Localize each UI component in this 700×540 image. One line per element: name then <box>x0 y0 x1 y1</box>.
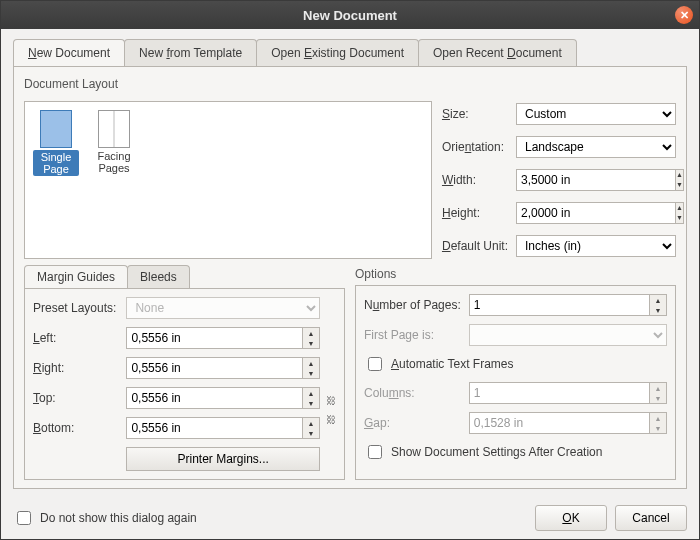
main-tabs: New Document New from Template Open Exis… <box>13 39 687 67</box>
single-page-icon <box>40 110 72 148</box>
size-select[interactable]: Custom <box>516 103 676 125</box>
layout-single-page[interactable]: Single Page <box>33 110 79 176</box>
margin-bottom-label: Bottom: <box>33 421 116 435</box>
height-label: Height: <box>442 206 508 220</box>
link-chain-icon[interactable]: ⛓ <box>326 414 336 425</box>
width-input[interactable] <box>516 169 675 191</box>
spin-down-icon[interactable]: ▼ <box>303 398 319 408</box>
spin-up-icon[interactable]: ▲ <box>303 328 319 338</box>
columns-label: Columns: <box>364 386 461 400</box>
auto-text-frames-label: Automatic Text Frames <box>391 357 514 371</box>
new-document-dialog: New Document ✕ New Document New from Tem… <box>0 0 700 540</box>
document-layout-label: Document Layout <box>24 77 676 91</box>
tab-bleeds[interactable]: Bleeds <box>127 265 190 288</box>
margin-link-icons: ⛓ ⛓ <box>326 297 336 471</box>
margin-left-input[interactable] <box>126 327 302 349</box>
preset-layouts-select: None <box>126 297 320 319</box>
show-settings-label: Show Document Settings After Creation <box>391 445 602 459</box>
spin-down-icon: ▼ <box>650 393 666 403</box>
single-page-label: Single Page <box>33 150 79 176</box>
default-unit-label: Default Unit: <box>442 239 508 253</box>
show-settings-checkbox[interactable] <box>368 445 382 459</box>
margin-bottom-input[interactable] <box>126 417 302 439</box>
margin-right-input[interactable] <box>126 357 302 379</box>
preset-layouts-label: Preset Layouts: <box>33 301 116 315</box>
facing-pages-label: Facing Pages <box>91 150 137 174</box>
default-unit-select[interactable]: Inches (in) <box>516 235 676 257</box>
tab-new-document[interactable]: New Document <box>13 39 125 66</box>
orientation-label: Orientation: <box>442 140 508 154</box>
height-input[interactable] <box>516 202 675 224</box>
gap-input <box>469 412 649 434</box>
tab-open-recent[interactable]: Open Recent Document <box>418 39 577 66</box>
margins-panel: Margin Guides Bleeds Preset Layouts: Non… <box>24 265 345 480</box>
spin-up-icon: ▲ <box>650 383 666 393</box>
num-pages-spinner[interactable]: ▲▼ <box>469 294 667 316</box>
options-label: Options <box>355 267 676 281</box>
num-pages-label: Number of Pages: <box>364 298 461 312</box>
margin-left-spinner[interactable]: ▲▼ <box>126 327 320 349</box>
ok-button[interactable]: OK <box>535 505 607 531</box>
first-page-select <box>469 324 667 346</box>
printer-margins-button[interactable]: Printer Margins... <box>126 447 320 471</box>
auto-text-frames-checkbox[interactable] <box>368 357 382 371</box>
margin-right-spinner[interactable]: ▲▼ <box>126 357 320 379</box>
margin-top-spinner[interactable]: ▲▼ <box>126 387 320 409</box>
gap-spinner: ▲▼ <box>469 412 667 434</box>
spin-up-icon[interactable]: ▲ <box>303 358 319 368</box>
spin-up-icon[interactable]: ▲ <box>303 418 319 428</box>
size-label: Size: <box>442 107 508 121</box>
dont-show-label: Do not show this dialog again <box>40 511 197 525</box>
margins-form: Preset Layouts: None Left: ▲▼ Right: ▲▼ … <box>33 297 320 471</box>
width-label: Width: <box>442 173 508 187</box>
height-spinner[interactable]: ▲▼ <box>516 202 676 224</box>
columns-spinner: ▲▼ <box>469 382 667 404</box>
dont-show-checkbox[interactable] <box>17 511 31 525</box>
lower-row: Margin Guides Bleeds Preset Layouts: Non… <box>24 265 676 480</box>
first-page-label: First Page is: <box>364 328 461 342</box>
page-size-grid: Size: Custom Orientation: Landscape Widt… <box>442 101 676 259</box>
link-chain-icon[interactable]: ⛓ <box>326 395 336 406</box>
spin-down-icon[interactable]: ▼ <box>303 428 319 438</box>
show-settings-row: Show Document Settings After Creation <box>364 442 667 462</box>
dialog-footer: Do not show this dialog again OK Cancel <box>1 497 699 539</box>
width-spinner[interactable]: ▲▼ <box>516 169 676 191</box>
spin-down-icon[interactable]: ▼ <box>676 213 683 223</box>
spin-down-icon: ▼ <box>650 423 666 433</box>
spin-up-icon[interactable]: ▲ <box>650 295 666 305</box>
columns-input <box>469 382 649 404</box>
options-form: Number of Pages: ▲▼ First Page is: Autom… <box>364 294 667 462</box>
cancel-button[interactable]: Cancel <box>615 505 687 531</box>
spin-up-icon[interactable]: ▲ <box>676 203 683 213</box>
titlebar: New Document ✕ <box>1 1 699 29</box>
window-title: New Document <box>303 8 397 23</box>
spin-up-icon[interactable]: ▲ <box>676 170 683 180</box>
layout-thumbnails: Single Page Facing Pages <box>24 101 432 259</box>
margin-right-label: Right: <box>33 361 116 375</box>
spin-down-icon[interactable]: ▼ <box>650 305 666 315</box>
margin-bottom-spinner[interactable]: ▲▼ <box>126 417 320 439</box>
spin-down-icon[interactable]: ▼ <box>676 180 683 190</box>
close-icon: ✕ <box>680 9 689 22</box>
options-body: Number of Pages: ▲▼ First Page is: Autom… <box>355 285 676 480</box>
auto-text-frames-row: Automatic Text Frames <box>364 354 667 374</box>
margin-left-label: Left: <box>33 331 116 345</box>
tab-margin-guides[interactable]: Margin Guides <box>24 265 128 288</box>
spin-up-icon[interactable]: ▲ <box>303 388 319 398</box>
margin-top-label: Top: <box>33 391 116 405</box>
close-button[interactable]: ✕ <box>675 6 693 24</box>
margins-body: Preset Layouts: None Left: ▲▼ Right: ▲▼ … <box>24 288 345 480</box>
dont-show-row: Do not show this dialog again <box>13 508 197 528</box>
tab-body: Document Layout Single Page Facing Pages… <box>13 67 687 489</box>
gap-label: Gap: <box>364 416 461 430</box>
dialog-content: New Document New from Template Open Exis… <box>1 29 699 497</box>
num-pages-input[interactable] <box>469 294 649 316</box>
tab-new-from-template[interactable]: New from Template <box>124 39 257 66</box>
tab-open-existing[interactable]: Open Existing Document <box>256 39 419 66</box>
orientation-select[interactable]: Landscape <box>516 136 676 158</box>
layout-facing-pages[interactable]: Facing Pages <box>91 110 137 174</box>
spin-down-icon[interactable]: ▼ <box>303 338 319 348</box>
spin-down-icon[interactable]: ▼ <box>303 368 319 378</box>
spin-up-icon: ▲ <box>650 413 666 423</box>
margin-top-input[interactable] <box>126 387 302 409</box>
